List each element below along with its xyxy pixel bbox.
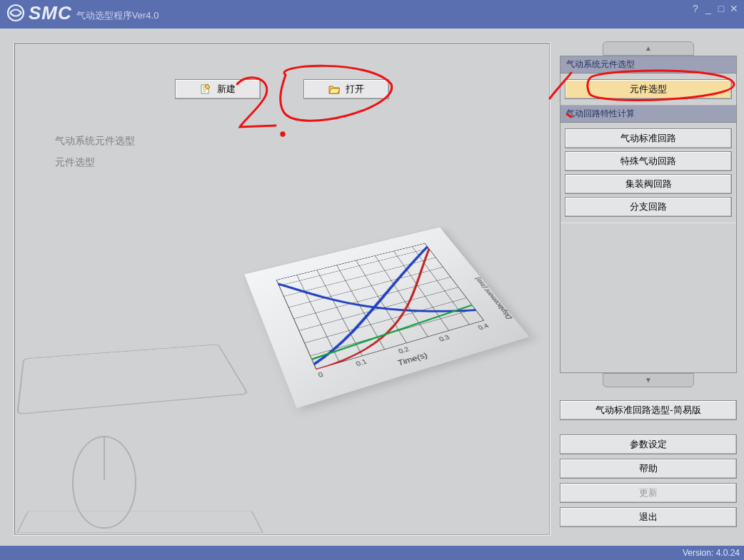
- status-bar: Version: 4.0.24: [0, 546, 744, 560]
- workspace: 新建 打开 气动系统元件选型 元件选型: [0, 29, 744, 546]
- new-file-icon: [200, 83, 211, 95]
- title-bar: SMC 气动选型程序Ver4.0 ? _ □ ✕: [0, 0, 744, 26]
- panel-scroll-down[interactable]: ▼: [603, 373, 694, 387]
- section-circuit-menu: 气动标准回路 特殊气动回路 集装阀回路 分支回路: [560, 123, 736, 223]
- open-button-label: 打开: [346, 83, 364, 96]
- version-label: Version: 4.0.24: [683, 548, 740, 558]
- menu-help[interactable]: 帮助: [560, 459, 737, 479]
- maximize-icon[interactable]: □: [715, 3, 727, 14]
- menu-param-settings[interactable]: 参数设定: [560, 434, 737, 454]
- brand-text: SMC: [29, 2, 72, 24]
- new-button[interactable]: 新建: [175, 79, 261, 99]
- section-header-circuit: 气动回路特性计算: [560, 106, 736, 123]
- window-controls: ? _ □ ✕: [690, 3, 740, 14]
- help-icon[interactable]: ?: [690, 3, 701, 14]
- open-button[interactable]: 打开: [303, 79, 389, 99]
- bottom-button-stack: 气动标准回路选型-简易版 参数设定 帮助 更新 退出: [560, 400, 737, 527]
- panel-scroll-up[interactable]: ▲: [603, 41, 694, 56]
- menu-component-selection[interactable]: 元件选型: [565, 79, 732, 99]
- menu-simple-standard-circuit[interactable]: 气动标准回路选型-简易版: [560, 400, 737, 420]
- new-button-label: 新建: [217, 83, 236, 96]
- section-components-menu: 元件选型: [560, 73, 736, 106]
- menu-special-circuit[interactable]: 特殊气动回路: [565, 151, 732, 171]
- brand-logo: SMC: [6, 2, 72, 24]
- breadcrumb-item: 元件选型: [55, 156, 95, 169]
- app-title: 气动选型程序Ver4.0: [76, 9, 159, 22]
- menu-manifold-circuit[interactable]: 集装阀回路: [565, 174, 732, 194]
- decorative-keyboard-sketch: [22, 300, 265, 529]
- main-canvas: 新建 打开 气动系统元件选型 元件选型: [14, 43, 550, 535]
- panel-spacer: [560, 223, 736, 372]
- brand-swirl-icon: [6, 3, 26, 23]
- decorative-chart-sheet: 0 0.1 0.2 0.3 0.4 Time(s) Displacement (…: [244, 228, 529, 409]
- open-folder-icon: [328, 83, 340, 95]
- right-panel: ▲ 气动系统元件选型 元件选型 气动回路特性计算 气动标准回路 特殊气动回路 集…: [560, 41, 737, 527]
- menu-branch-circuit[interactable]: 分支回路: [565, 197, 732, 217]
- minimize-icon[interactable]: _: [703, 3, 714, 14]
- toolbar-row: 新建 打开: [15, 79, 549, 99]
- breadcrumb-group: 气动系统元件选型: [55, 135, 135, 148]
- menu-update[interactable]: 更新: [560, 483, 737, 503]
- menu-standard-circuit[interactable]: 气动标准回路: [565, 128, 732, 148]
- panel-body: 气动系统元件选型 元件选型 气动回路特性计算 气动标准回路 特殊气动回路 集装阀…: [560, 56, 737, 373]
- close-icon[interactable]: ✕: [728, 3, 740, 14]
- menu-exit[interactable]: 退出: [560, 507, 737, 527]
- section-header-components: 气动系统元件选型: [560, 56, 736, 73]
